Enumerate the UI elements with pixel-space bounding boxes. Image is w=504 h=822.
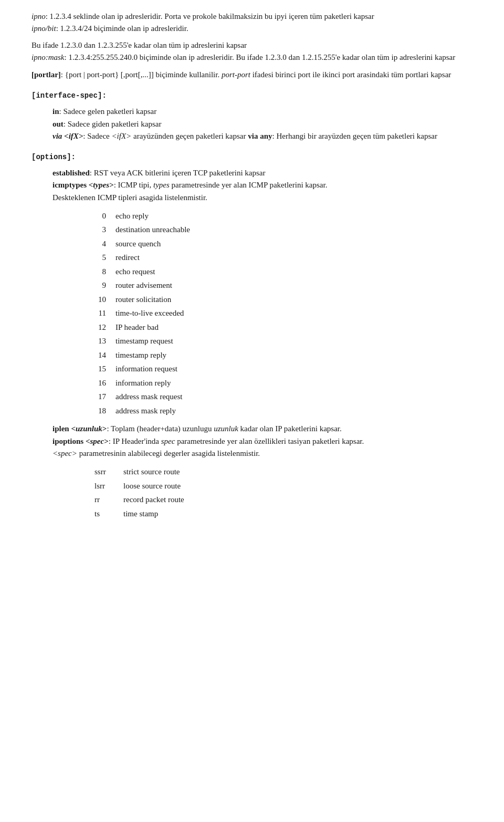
- icmp-label-10: router solicitation: [116, 294, 171, 306]
- icmp-num-14: 14: [94, 349, 116, 361]
- established-label: established: [52, 169, 90, 177]
- list-item: 18 address mask reply: [94, 405, 472, 417]
- list-item: 13 timestamp request: [94, 335, 472, 347]
- ipno-para2: Bu ifade 1.2.3.0 dan 1.2.3.255'e kadar o…: [32, 39, 472, 64]
- icmp-num-10: 10: [94, 294, 116, 306]
- via-ifx: <ifX>: [112, 132, 132, 140]
- iplen-para: iplen <uzunluk>: Toplam (header+data) uz…: [52, 423, 472, 460]
- types-italic: types: [153, 181, 170, 189]
- icmp-label-9: router advisement: [116, 279, 172, 292]
- icmp-label-0: echo reply: [116, 210, 149, 222]
- list-item: 9 router advisement: [94, 279, 472, 292]
- list-item: ssrr strict source route: [94, 466, 472, 478]
- spec-angle: <spec>: [52, 449, 77, 457]
- spec-label-ssrr: strict source route: [123, 466, 180, 478]
- spec-options-table: ssrr strict source route lsrr loose sour…: [94, 466, 472, 519]
- out-label: out: [52, 120, 64, 128]
- spec-code-ts: ts: [94, 508, 123, 520]
- list-item: 15 information request: [94, 363, 472, 375]
- icmp-label-14: timestamp reply: [116, 349, 166, 361]
- list-item: 3 destination unreachable: [94, 224, 472, 236]
- iplen-label: iplen <uzunluk>: [52, 424, 107, 433]
- via-label: via <ifX>: [52, 132, 83, 140]
- icmp-num-17: 17: [94, 391, 116, 403]
- spec-code-lsrr: lsrr: [94, 480, 123, 492]
- spec-label-rr: record packet route: [123, 494, 184, 506]
- icmp-label-12: IP header bad: [116, 321, 159, 334]
- icmp-num-12: 12: [94, 321, 116, 334]
- in-para: in: Sadece gelen paketleri kapsar out: S…: [52, 106, 472, 142]
- icmp-type-table: 0 echo reply 3 destination unreachable 4…: [94, 210, 472, 417]
- list-item: 5 redirect: [94, 252, 472, 264]
- list-item: 0 echo reply: [94, 210, 472, 222]
- uzunluk-italic: uzunluk: [214, 424, 238, 433]
- ipoptions-label: ipoptions <spec>: [52, 437, 109, 445]
- list-item: ts time stamp: [94, 508, 472, 520]
- in-label: in: [52, 107, 59, 116]
- list-item: 14 timestamp reply: [94, 349, 472, 361]
- icmp-label-18: address mask reply: [116, 405, 176, 417]
- portlar-para: [portlar]: {port | port-port} [,port[,..…: [32, 69, 472, 81]
- interface-spec-label: [interface-spec]:: [32, 90, 472, 101]
- icmp-num-9: 9: [94, 279, 116, 292]
- interface-spec-content: in: Sadece gelen paketleri kapsar out: S…: [32, 106, 472, 142]
- list-item: 4 source quench: [94, 238, 472, 250]
- list-item: 16 information reply: [94, 377, 472, 389]
- icmp-label-5: redirect: [116, 252, 140, 264]
- list-item: 10 router solicitation: [94, 294, 472, 306]
- ipno-section: ipno: 1.2.3.4 seklinde olan ip adresleri…: [32, 11, 472, 64]
- icmp-num-18: 18: [94, 405, 116, 417]
- icmp-num-5: 5: [94, 252, 116, 264]
- icmp-num-16: 16: [94, 377, 116, 389]
- icmptypes-label: icmptypes <types>: [52, 181, 114, 189]
- icmp-num-13: 13: [94, 335, 116, 347]
- list-item: 12 IP header bad: [94, 321, 472, 334]
- portlar-section: [portlar]: {port | port-port} [,port[,..…: [32, 69, 472, 81]
- icmp-num-8: 8: [94, 266, 116, 278]
- ipno-mask-label: ipno:mask: [32, 53, 65, 61]
- list-item: 17 address mask request: [94, 391, 472, 403]
- ipno-para1: ipno: 1.2.3.4 seklinde olan ip adresleri…: [32, 11, 472, 35]
- icmp-num-4: 4: [94, 238, 116, 250]
- ipno-bit-label: ipno/bit: [32, 24, 56, 33]
- spec-italic: spec: [161, 437, 175, 445]
- options-section: [options]: established: RST veya ACK bit…: [32, 152, 472, 519]
- icmp-label-13: timestamp request: [116, 335, 173, 347]
- established-para: established: RST veya ACK bitlerini içer…: [52, 167, 472, 204]
- ipno-label: ipno: [32, 12, 46, 20]
- icmp-num-11: 11: [94, 307, 116, 319]
- main-content: ipno: 1.2.3.4 seklinde olan ip adresleri…: [32, 11, 472, 519]
- list-item: 11 time-to-live exceeded: [94, 307, 472, 319]
- icmp-num-0: 0: [94, 210, 116, 222]
- interface-spec-section: [interface-spec]: in: Sadece gelen paket…: [32, 90, 472, 142]
- portlar-label: [portlar]: [32, 70, 61, 79]
- icmp-label-15: information request: [116, 363, 177, 375]
- list-item: lsrr loose source route: [94, 480, 472, 492]
- icmp-label-17: address mask request: [116, 391, 182, 403]
- icmp-label-3: destination unreachable: [116, 224, 190, 236]
- options-content: established: RST veya ACK bitlerini içer…: [32, 167, 472, 519]
- spec-label-ts: time stamp: [123, 508, 158, 520]
- options-label: [options]:: [32, 152, 472, 163]
- icmp-label-16: information reply: [116, 377, 171, 389]
- spec-code-rr: rr: [94, 494, 123, 506]
- spec-label-lsrr: loose source route: [123, 480, 181, 492]
- via-any-label: via any: [248, 132, 272, 140]
- icmp-label-11: time-to-live exceeded: [116, 307, 184, 319]
- spec-code-ssrr: ssrr: [94, 466, 123, 478]
- list-item: 8 echo request: [94, 266, 472, 278]
- port-port-label: port-port: [222, 70, 250, 79]
- icmp-label-4: source quench: [116, 238, 161, 250]
- icmp-num-3: 3: [94, 224, 116, 236]
- icmp-num-15: 15: [94, 363, 116, 375]
- icmp-label-8: echo request: [116, 266, 155, 278]
- list-item: rr record packet route: [94, 494, 472, 506]
